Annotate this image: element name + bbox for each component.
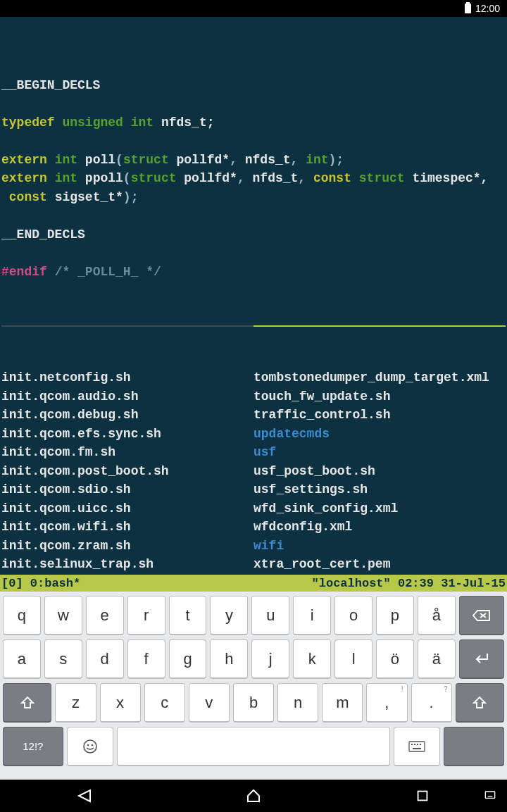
file-entry: init.qcom.audio.sh: [1, 387, 254, 406]
nav-back-button[interactable]: [75, 786, 94, 806]
file-entry: init.netconfig.sh: [1, 368, 254, 387]
svg-point-4: [92, 744, 94, 746]
file-entry: init.qcom.sdio.sh: [1, 480, 254, 499]
svg-point-3: [87, 744, 89, 746]
svg-rect-7: [414, 744, 415, 745]
key-p[interactable]: p: [376, 596, 414, 635]
android-status-bar: 12:00: [0, 0, 507, 17]
key-k[interactable]: k: [293, 639, 331, 679]
key-t[interactable]: t: [169, 596, 207, 635]
file-entry: init.qcom.debug.sh: [1, 406, 254, 425]
pane-divider: [1, 325, 506, 327]
key-period[interactable]: .: [411, 683, 452, 723]
key-ö[interactable]: ö: [376, 639, 414, 679]
key-q[interactable]: q: [3, 596, 41, 635]
shift-key-left[interactable]: [3, 683, 51, 723]
file-entry: usf_post_boot.sh: [254, 462, 506, 481]
file-entry: touch_fw_update.sh: [254, 387, 506, 406]
file-entry: init.selinux_trap.sh: [1, 555, 254, 574]
key-l[interactable]: l: [334, 639, 373, 679]
svg-rect-12: [485, 792, 494, 798]
key-comma[interactable]: ,: [366, 683, 407, 723]
emoji-key[interactable]: [67, 727, 113, 766]
battery-icon: [465, 4, 471, 13]
key-x[interactable]: x: [100, 683, 141, 723]
key-z[interactable]: z: [55, 683, 96, 723]
terminal-view[interactable]: __BEGIN_DECLS typedef unsigned int nfds_…: [0, 17, 507, 575]
svg-point-2: [84, 740, 96, 753]
key-r[interactable]: r: [127, 596, 165, 635]
key-ä[interactable]: ä: [418, 639, 456, 679]
file-entry: init.qcom.post_boot.sh: [1, 462, 254, 481]
file-entry: xtwifi.conf: [254, 574, 506, 575]
file-entry: init.qcom.wifi.sh: [1, 518, 254, 537]
key-c[interactable]: c: [144, 683, 185, 723]
key-f[interactable]: f: [127, 639, 165, 679]
svg-rect-6: [411, 744, 413, 745]
file-entry: usf: [254, 443, 506, 462]
nav-home-button[interactable]: [244, 786, 263, 806]
nav-ime-button[interactable]: [480, 786, 500, 806]
file-entry: init.sony.cpu_parameter.sh: [1, 574, 254, 575]
key-y[interactable]: y: [210, 596, 248, 635]
file-entry: xtra_root_cert.pem: [254, 555, 506, 574]
file-listing: init.netconfig.shinit.qcom.audio.shinit.…: [1, 368, 506, 575]
file-entry: init.qcom.fm.sh: [1, 443, 254, 462]
space-key[interactable]: [117, 727, 390, 766]
nav-recent-button[interactable]: [413, 786, 432, 806]
key-u[interactable]: u: [251, 596, 289, 635]
key-å[interactable]: å: [418, 596, 456, 635]
tmux-status-bar: [0] 0:bash* "localhost" 02:39 31-Jul-15: [0, 575, 507, 592]
svg-rect-5: [409, 742, 425, 751]
svg-rect-9: [420, 744, 421, 745]
file-entry: init.qcom.efs.sync.sh: [1, 425, 254, 444]
key-s[interactable]: s: [44, 639, 82, 679]
file-entry: traffic_control.sh: [254, 406, 506, 425]
symbols-key[interactable]: 12!?: [3, 727, 63, 766]
key-a[interactable]: a: [3, 639, 41, 679]
key-d[interactable]: d: [86, 639, 124, 679]
backspace-key[interactable]: [459, 596, 504, 635]
soft-keyboard: qwertyuiopå asdfghjklöä zxcvbnm,. 12!?: [0, 592, 507, 780]
tmux-left: [0] 0:bash*: [1, 577, 80, 590]
tmux-right: "localhost" 02:39 31-Jul-15: [312, 577, 506, 590]
enter-key[interactable]: [459, 639, 504, 679]
svg-rect-10: [413, 748, 421, 749]
file-entry: init.qcom.uicc.sh: [1, 499, 254, 518]
key-n[interactable]: n: [277, 683, 318, 723]
file-entry: wifi: [254, 537, 506, 556]
file-entry: wfdconfig.xml: [254, 518, 506, 537]
key-o[interactable]: o: [334, 596, 373, 635]
key-i[interactable]: i: [293, 596, 331, 635]
svg-rect-8: [417, 744, 418, 745]
key-e[interactable]: e: [86, 596, 124, 635]
android-nav-bar: [0, 780, 507, 812]
file-entry: wfd_sink_config.xml: [254, 499, 506, 518]
file-entry: usf_settings.sh: [254, 480, 506, 499]
svg-rect-11: [418, 792, 427, 801]
keyboard-switch-key[interactable]: [394, 727, 440, 766]
key-m[interactable]: m: [322, 683, 363, 723]
file-entry: updatecmds: [254, 425, 506, 444]
key-h[interactable]: h: [210, 639, 248, 679]
status-time: 12:00: [475, 3, 500, 14]
shift-key-right[interactable]: [456, 683, 504, 723]
key-w[interactable]: w: [44, 596, 82, 635]
key-j[interactable]: j: [251, 639, 289, 679]
key-b[interactable]: b: [233, 683, 274, 723]
code-block: __BEGIN_DECLS typedef unsigned int nfds_…: [1, 57, 506, 281]
file-entry: tombstonedumper_dump_target.xml: [254, 368, 506, 387]
key-v[interactable]: v: [189, 683, 230, 723]
action-key[interactable]: [444, 727, 504, 766]
key-g[interactable]: g: [169, 639, 207, 679]
file-entry: init.qcom.zram.sh: [1, 537, 254, 556]
